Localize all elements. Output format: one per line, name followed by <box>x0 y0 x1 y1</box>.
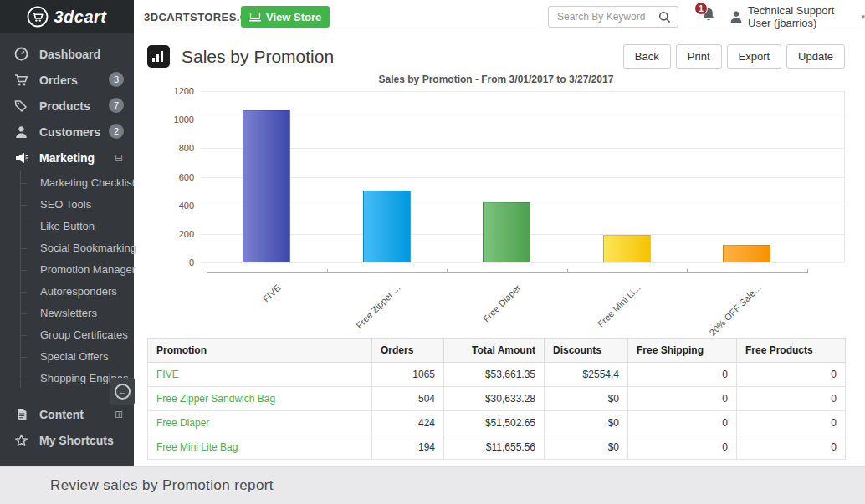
sidebar-subitem-autoresponders[interactable]: Autoresponders <box>0 281 134 303</box>
monitor-icon <box>249 13 261 22</box>
action-buttons: Back Print Export Update <box>623 44 845 69</box>
sidebar-subitem-social-bookmarking[interactable]: Social Bookmarking <box>0 237 134 259</box>
bar-free-zipper-[interactable] <box>363 191 411 262</box>
notification-count-badge[interactable]: 1 <box>694 2 708 15</box>
sidebar-item-marketing[interactable]: Marketing ⊟ <box>0 145 134 171</box>
sidebar: Dashboard Orders 3 Products 7 <box>0 33 134 504</box>
user-icon <box>729 10 743 23</box>
sidebar-subitem-promotion-manager[interactable]: Promotion Manager <box>0 259 134 281</box>
y-axis-tick-label: 400 <box>149 201 194 211</box>
sidebar-item-my-shortcuts[interactable]: My Shortcuts <box>0 427 134 453</box>
cart-icon <box>14 74 28 87</box>
cell-orders: 504 <box>372 387 444 411</box>
status-text: Review sales by Promotion report <box>50 477 274 494</box>
sidebar-collapse-button[interactable]: ← <box>110 378 135 405</box>
page-title: Sales by Promotion <box>182 47 334 67</box>
bar-free-diaper[interactable] <box>483 202 530 262</box>
status-bar: Review sales by Promotion report <box>0 466 865 504</box>
cell-discounts: $0 <box>545 387 628 411</box>
table-body: FIVE1065$53,661.35$2554.400Free Zipper S… <box>148 363 846 460</box>
cell-discounts: $0 <box>545 411 628 435</box>
cell-free-products: 0 <box>737 363 846 387</box>
promotion-link[interactable]: Free Diaper <box>156 417 209 429</box>
y-axis-tick-label: 600 <box>149 172 194 182</box>
search-box <box>548 6 678 28</box>
x-axis-line <box>207 272 808 273</box>
promotions-table: PromotionOrdersTotal AmountDiscountsFree… <box>147 338 846 460</box>
sidebar-item-label: Orders <box>39 74 78 87</box>
promotion-link[interactable]: Free Mini Lite Bag <box>156 441 238 453</box>
collapse-section-icon[interactable]: ⊟ <box>115 152 123 164</box>
y-axis-tick-label: 800 <box>149 143 194 153</box>
cell-free-products: 0 <box>737 411 846 435</box>
customers-count-badge: 2 <box>109 124 124 139</box>
column-header-orders: Orders <box>372 339 444 363</box>
table-row: FIVE1065$53,661.35$2554.400 <box>148 363 846 387</box>
gridline <box>201 148 844 149</box>
view-store-button[interactable]: View Store <box>241 6 330 28</box>
sidebar-item-products[interactable]: Products 7 <box>0 93 134 119</box>
sidebar-item-dashboard[interactable]: Dashboard <box>0 41 134 67</box>
cell-total-amount: $30,633.28 <box>444 387 545 411</box>
cell-total-amount: $11,655.56 <box>444 435 545 460</box>
back-button[interactable]: Back <box>623 44 671 69</box>
cart-logo-icon <box>27 6 49 28</box>
topbar: 3dcart 3DCARTSTORES.COM View Store <box>0 0 865 33</box>
cell-orders: 194 <box>372 435 444 460</box>
sidebar-subitem-marketing-checklist[interactable]: Marketing Checklist <box>0 172 134 194</box>
cell-promotion: Free Diaper <box>148 411 372 435</box>
gridline <box>201 262 844 263</box>
cell-free-shipping: 0 <box>628 411 737 435</box>
cell-promotion: FIVE <box>148 363 372 387</box>
sidebar-item-label: Products <box>39 99 90 113</box>
bar-chart-icon <box>147 45 170 68</box>
logo[interactable]: 3dcart <box>0 0 134 33</box>
page-header: Sales by Promotion Back Print Export Upd… <box>134 33 865 69</box>
sidebar-subitem-special-offers[interactable]: Special Offers <box>0 346 134 368</box>
bar-free-mini-li-[interactable] <box>603 235 651 262</box>
expand-section-icon[interactable]: ⊞ <box>115 409 123 420</box>
export-button[interactable]: Export <box>727 44 782 69</box>
y-axis-tick-label: 200 <box>149 229 194 239</box>
sidebar-item-label: Dashboard <box>39 48 100 61</box>
chevron-down-icon: ▾ <box>861 13 865 21</box>
sidebar-item-customers[interactable]: Customers 2 <box>0 119 134 145</box>
table-row: Free Mini Lite Bag194$11,655.56$000 <box>148 435 846 460</box>
sidebar-subitem-like-button[interactable]: Like Button <box>0 216 134 237</box>
user-menu[interactable]: Technical Support User (jbarrios) ▾ <box>729 0 865 33</box>
view-store-label: View Store <box>266 11 321 23</box>
search-icon[interactable] <box>658 8 675 25</box>
logo-text: 3dcart <box>54 8 106 27</box>
cell-total-amount: $53,661.35 <box>444 363 545 387</box>
megaphone-icon <box>14 151 28 165</box>
update-button[interactable]: Update <box>786 44 845 69</box>
person-icon <box>14 125 28 139</box>
sidebar-item-label: Customers <box>39 125 100 139</box>
sidebar-item-orders[interactable]: Orders 3 <box>0 67 134 93</box>
marketing-submenu: Marketing ChecklistSEO ToolsLike ButtonS… <box>0 171 134 393</box>
cell-free-products: 0 <box>737 435 846 460</box>
document-icon <box>14 408 28 421</box>
app-window: 3dcart 3DCARTSTORES.COM View Store <box>0 0 865 504</box>
sidebar-subitem-newsletters[interactable]: Newsletters <box>0 303 134 324</box>
arrow-left-icon: ← <box>115 384 131 400</box>
cell-free-products: 0 <box>737 387 846 411</box>
sidebar-item-content[interactable]: Content ⊞ <box>0 401 134 427</box>
cell-promotion: Free Mini Lite Bag <box>148 435 372 460</box>
products-count-badge: 7 <box>109 98 124 113</box>
star-icon <box>14 434 28 447</box>
sidebar-subitem-seo-tools[interactable]: SEO Tools <box>0 194 134 216</box>
chart-title: Sales by Promotion - From 3/01/2017 to 3… <box>147 74 845 85</box>
promotion-link[interactable]: FIVE <box>156 369 179 380</box>
sidebar-item-label: My Shortcuts <box>39 434 114 447</box>
sidebar-subitem-group-certificates[interactable]: Group Certificates <box>0 324 134 346</box>
bar-20-off-sale-[interactable] <box>723 245 770 262</box>
y-axis-tick-label: 1000 <box>149 115 194 125</box>
bar-five[interactable] <box>243 110 290 262</box>
print-button[interactable]: Print <box>676 44 722 69</box>
orders-count-badge: 3 <box>109 72 124 87</box>
notifications-bell[interactable]: 1 <box>701 7 721 28</box>
dashboard-icon <box>14 47 28 61</box>
promotion-link[interactable]: Free Zipper Sandwich Bag <box>156 393 275 405</box>
cell-free-shipping: 0 <box>628 435 737 460</box>
